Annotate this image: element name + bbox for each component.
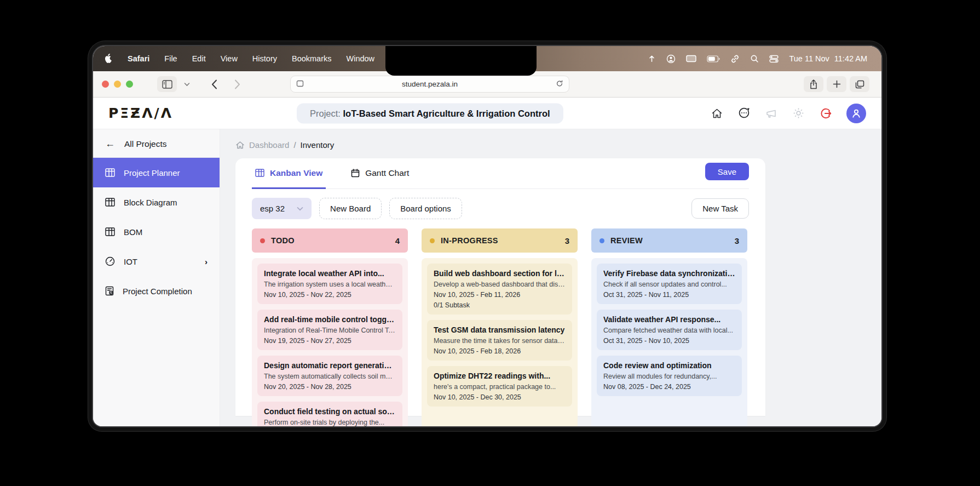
menu-edit[interactable]: Edit [192,54,206,63]
sidebar-item-label: BOM [124,227,142,237]
sidebar-back-all-projects[interactable]: ← All Projects [93,129,220,158]
card-title: Code review and optimization [603,361,735,370]
menu-bookmarks[interactable]: Bookmarks [292,54,332,63]
task-card[interactable]: Add real-time mobile control toggle in..… [257,310,402,350]
sidebar-item-label: Project Completion [123,287,192,296]
apple-logo-icon[interactable] [104,53,113,65]
megaphone-icon[interactable] [765,107,778,119]
task-card[interactable]: Conduct field testing on actual soil bed… [257,402,402,426]
avatar[interactable] [846,104,866,123]
column-header: TODO 4 [252,228,408,253]
share-button[interactable] [804,76,823,92]
menu-file[interactable]: File [164,54,177,63]
sidebar-item-label: Project Planner [124,168,180,178]
column-count: 3 [565,236,569,245]
forward-button[interactable] [227,76,247,92]
toolbar-right-buttons [804,76,873,92]
card-description: Develop a web-based dashboard that displ… [434,281,566,288]
zoom-window-button[interactable] [126,81,133,88]
chevron-down-icon [297,207,303,211]
minimize-window-button[interactable] [114,81,121,88]
save-button[interactable]: Save [705,163,749,180]
app-header: PΞƵΛ/Λ Project: IoT-Based Smart Agricult… [93,98,881,129]
pezala-logo[interactable]: PΞƵΛ/Λ [108,105,173,121]
task-card[interactable]: Verify Firebase data synchronization Che… [597,264,742,304]
reload-icon[interactable] [556,79,563,89]
menubar-menus: Safari File Edit View History Bookmarks … [104,53,406,65]
sidebar: ← All Projects Project Planner Block Dia… [93,129,220,426]
menu-view[interactable]: View [221,54,238,63]
menu-window[interactable]: Window [347,54,375,63]
breadcrumb-dashboard[interactable]: Dashboard [235,140,289,150]
task-card[interactable]: Code review and optimization Review all … [597,356,742,396]
macos-menubar: Safari File Edit View History Bookmarks … [93,46,881,71]
tab-kanban-view[interactable]: Kanban View [252,159,326,189]
search-icon[interactable] [750,54,759,63]
card-dates: Nov 10, 2025 - Feb 11, 2026 [434,291,566,299]
url-text: student.pezala.in [304,80,556,88]
address-bar[interactable]: student.pezala.in [290,76,569,93]
new-board-button[interactable]: New Board [319,198,382,219]
menu-safari[interactable]: Safari [128,54,149,63]
logout-icon[interactable] [819,107,832,120]
breadcrumb-separator: / [293,140,296,150]
tab-overview-button[interactable] [850,76,869,92]
task-card[interactable]: Test GSM data transmission latency Measu… [427,320,572,361]
calendar-icon [351,169,360,178]
sidebar-toggle-button[interactable] [157,76,177,92]
close-window-button[interactable] [102,81,109,88]
column-name: TODO [271,236,295,245]
control-center-icon[interactable] [769,54,779,64]
new-tab-button[interactable] [827,76,846,92]
user-circle-icon[interactable] [666,54,676,64]
tab-gantt-chart[interactable]: Gantt Chart [348,159,412,189]
card-title: Integrate local weather API into... [264,269,396,278]
arrow-up-icon[interactable] [648,54,656,63]
card-dates: Nov 10, 2025 - Feb 18, 2026 [434,347,566,355]
card-title: Conduct field testing on actual soil bed [264,407,396,416]
card-title: Validate weather API response... [603,315,735,324]
menubar-clock[interactable]: Tue 11 Nov 11:42 AM [789,54,867,63]
chat-icon[interactable] [737,107,751,119]
back-button[interactable] [204,76,224,92]
gauge-icon [105,256,115,266]
task-card[interactable]: Validate weather API response... Compare… [597,310,742,350]
tab-label: Gantt Chart [365,168,409,178]
card-description: The irrigation system uses a local weath… [264,281,396,288]
sidebar-item-bom[interactable]: BOM [93,217,220,247]
battery-icon[interactable] [707,55,720,62]
grid-icon [255,169,264,177]
card-title: Verify Firebase data synchronization [603,269,735,278]
card-dates: Oct 31, 2025 - Nov 10, 2025 [603,337,735,345]
gear-icon[interactable] [792,107,805,119]
document-check-icon [105,286,114,296]
display-icon[interactable] [686,55,696,63]
home-icon[interactable] [711,107,723,119]
link-icon[interactable] [730,54,740,64]
camera-notch [385,46,537,76]
card-dates: Oct 31, 2025 - Nov 11, 2025 [603,291,735,299]
task-card[interactable]: Build web dashboard section for live... … [427,264,572,315]
menu-history[interactable]: History [252,54,277,63]
sidebar-item-label: Block Diagram [124,198,177,207]
sidebar-item-iot[interactable]: IOT › [93,247,220,276]
kanban-board: TODO 4 Integrate local weather API into.… [252,228,749,426]
sidebar-item-project-completion[interactable]: Project Completion [93,276,220,306]
card-dates: Nov 10, 2025 - Dec 30, 2025 [434,393,566,401]
task-card[interactable]: Integrate local weather API into... The … [257,264,402,304]
sidebar-item-project-planner[interactable]: Project Planner [93,158,220,187]
task-card[interactable]: Optimize DHT22 readings with... here's a… [427,366,572,407]
task-card[interactable]: Design automatic report generation... Th… [257,356,402,396]
board-selector-dropdown[interactable]: esp 32 [252,198,312,219]
new-task-button[interactable]: New Task [691,198,749,219]
column-header: REVIEW 3 [591,228,747,253]
status-dot [260,238,265,243]
board-options-button[interactable]: Board options [389,198,462,219]
column-in-progress: IN-PROGRESS 3 Build web dashboard sectio… [422,228,578,426]
column-body: Integrate local weather API into... The … [252,258,408,426]
card-title: Add real-time mobile control toggle in..… [264,315,396,324]
column-name: IN-PROGRESS [441,236,498,245]
sidebar-chevron-button[interactable] [180,76,193,92]
breadcrumb-level2[interactable]: Inventory [301,140,335,150]
sidebar-item-block-diagram[interactable]: Block Diagram [93,187,220,217]
